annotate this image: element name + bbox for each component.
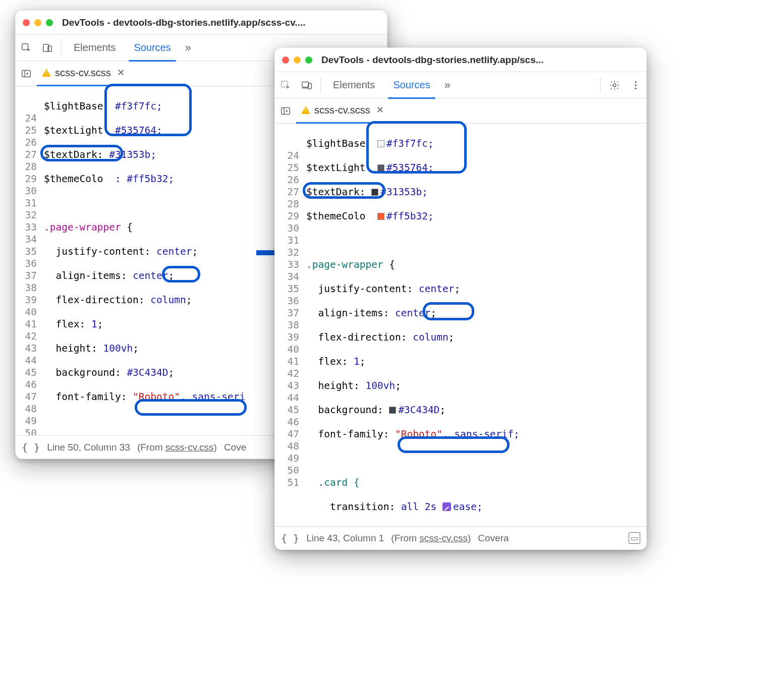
coverage-label[interactable]: Cove — [224, 442, 246, 453]
color-swatch[interactable] — [371, 189, 378, 196]
statusbar: { } Line 43, Column 1 (From scss-cv.css)… — [275, 526, 646, 549]
sourcemap-link[interactable]: scss-cv.css — [419, 533, 468, 543]
window-title: DevTools - devtools-dbg-stories.netlify.… — [321, 54, 639, 66]
main-toolbar: Elements Sources » — [275, 72, 646, 98]
code-editor[interactable]: 2425262728293031323334353637383940414243… — [275, 124, 646, 524]
tab-elements[interactable]: Elements — [65, 35, 125, 61]
device-toggle-icon[interactable] — [296, 75, 317, 96]
close-icon[interactable] — [282, 57, 289, 64]
code-content[interactable]: $lightBase #f3f7fc; $textLight #535764; … — [303, 124, 646, 524]
close-tab-icon[interactable]: ✕ — [115, 67, 127, 78]
device-toggle-icon[interactable] — [37, 37, 58, 59]
warning-icon — [42, 69, 51, 77]
kebab-menu-icon[interactable] — [625, 75, 646, 96]
inspect-icon[interactable] — [275, 75, 296, 96]
minimize-icon[interactable] — [34, 19, 41, 26]
maximize-icon[interactable] — [46, 19, 53, 26]
filetab-active[interactable]: scss-cv.scss ✕ — [296, 98, 393, 124]
warning-icon — [301, 106, 310, 114]
traffic-lights — [23, 19, 53, 26]
filetab-row: scss-cv.scss ✕ — [275, 98, 646, 124]
inspect-icon[interactable] — [16, 37, 37, 59]
tab-sources[interactable]: Sources — [125, 35, 180, 61]
svg-point-10 — [635, 81, 636, 82]
easing-swatch-icon[interactable] — [442, 502, 451, 511]
tab-sources[interactable]: Sources — [384, 72, 439, 98]
tabs-overflow-icon[interactable]: » — [439, 79, 456, 92]
sourcemap-info: (From scss-cv.css) — [391, 533, 471, 544]
minimize-icon[interactable] — [294, 57, 301, 64]
tabs-overflow-icon[interactable]: » — [180, 41, 196, 54]
sourcemap-info: (From scss-cv.css) — [137, 442, 217, 453]
traffic-lights — [282, 57, 312, 64]
navigator-toggle-icon[interactable] — [275, 100, 296, 122]
svg-rect-6 — [302, 82, 309, 87]
cursor-position: Line 50, Column 33 — [47, 442, 130, 453]
window-title: DevTools - devtools-dbg-stories.netlify.… — [62, 17, 380, 28]
svg-rect-3 — [22, 70, 31, 77]
cursor-position: Line 43, Column 1 — [306, 533, 384, 544]
line-gutter: 2425262728293031323334353637383940414243… — [275, 124, 303, 524]
maximize-icon[interactable] — [305, 57, 312, 64]
navigator-toggle-icon[interactable] — [16, 63, 37, 84]
pretty-print-icon[interactable]: { } — [281, 532, 299, 544]
sourcemap-link[interactable]: scss-cv.css — [165, 442, 214, 453]
pretty-print-icon[interactable]: { } — [22, 441, 40, 454]
titlebar: DevTools - devtools-dbg-stories.netlify.… — [16, 11, 387, 35]
color-swatch[interactable] — [389, 407, 396, 414]
coverage-label[interactable]: Covera — [478, 533, 509, 544]
svg-point-9 — [613, 84, 616, 87]
svg-rect-5 — [282, 81, 288, 87]
color-swatch[interactable] — [377, 164, 384, 172]
svg-point-12 — [635, 87, 636, 89]
color-swatch[interactable] — [377, 213, 384, 220]
line-gutter: 2425262728293031323334353637383940414243… — [16, 86, 41, 433]
settings-icon[interactable] — [604, 75, 625, 96]
filetab-label: scss-cv.scss — [55, 67, 111, 79]
filetab-active[interactable]: scss-cv.scss ✕ — [37, 61, 134, 86]
svg-rect-13 — [282, 107, 290, 114]
color-swatch[interactable] — [377, 140, 384, 147]
drawer-toggle-icon[interactable]: ▭ — [629, 532, 640, 544]
titlebar: DevTools - devtools-dbg-stories.netlify.… — [275, 48, 646, 72]
filetab-label: scss-cv.scss — [314, 104, 370, 116]
svg-point-11 — [635, 84, 636, 86]
tab-elements[interactable]: Elements — [324, 72, 384, 98]
devtools-window-right: DevTools - devtools-dbg-stories.netlify.… — [274, 47, 647, 550]
close-icon[interactable] — [23, 19, 30, 26]
close-tab-icon[interactable]: ✕ — [374, 104, 386, 116]
svg-rect-0 — [22, 43, 28, 49]
